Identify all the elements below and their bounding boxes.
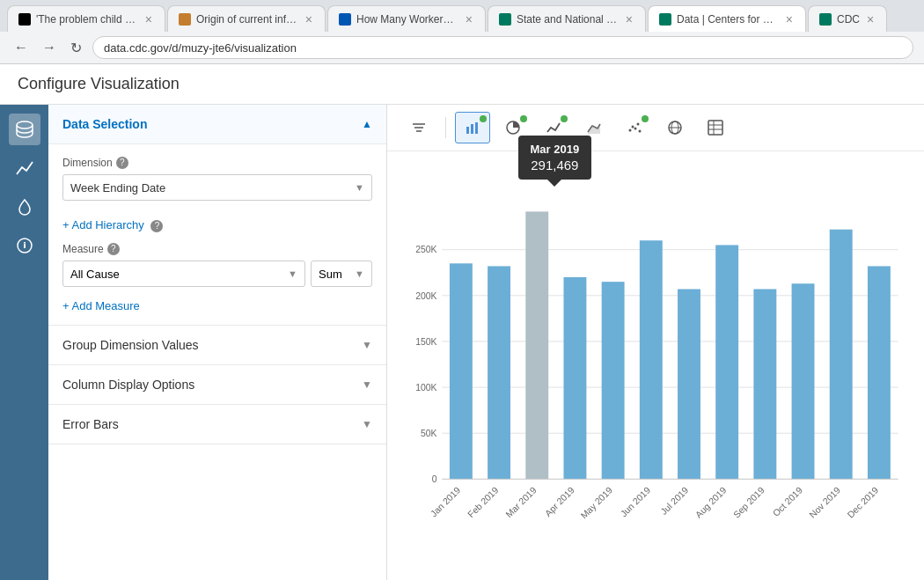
nav-icon-chart[interactable] xyxy=(9,152,40,184)
svg-rect-8 xyxy=(471,124,473,134)
measure-select[interactable]: All Cause ▼ xyxy=(62,261,305,287)
add-hierarchy-link[interactable]: + Add Hierarchy xyxy=(62,218,144,231)
page-title: Configure Visualization xyxy=(18,75,906,93)
tab-t4[interactable]: State and National Provis...× xyxy=(488,5,646,32)
svg-text:May 2019: May 2019 xyxy=(579,485,614,520)
svg-point-16 xyxy=(639,130,642,133)
scatter-chart-dot xyxy=(642,115,649,122)
svg-text:Aug 2019: Aug 2019 xyxy=(693,485,729,520)
bar-chart[interactable]: 050K100K150K200K250KJan 2019Feb 2019Mar … xyxy=(396,160,906,572)
svg-text:Apr 2019: Apr 2019 xyxy=(543,485,576,518)
data-selection-title: Data Selection xyxy=(62,117,147,131)
back-button[interactable]: ← xyxy=(11,36,32,59)
nav-icon-drop[interactable] xyxy=(9,191,40,223)
measure-info-icon[interactable]: ? xyxy=(107,243,120,255)
tab-close-t2[interactable]: × xyxy=(304,12,314,26)
toolbar-area-chart-button[interactable] xyxy=(576,112,612,143)
svg-text:0: 0 xyxy=(432,474,437,484)
svg-text:200K: 200K xyxy=(415,291,436,301)
tab-close-t6[interactable]: × xyxy=(865,12,876,26)
bar-Apr_2019[interactable] xyxy=(563,277,586,479)
toolbar-line-chart-button[interactable] xyxy=(536,112,571,143)
svg-rect-7 xyxy=(466,127,469,134)
svg-point-13 xyxy=(632,126,634,128)
tab-close-t1[interactable]: × xyxy=(143,12,154,26)
chart-toolbar xyxy=(387,105,924,151)
tab-t6[interactable]: CDC× xyxy=(808,5,887,32)
nav-icon-data[interactable] xyxy=(9,114,40,145)
tab-bar: 'The problem child of sea...×Origin of c… xyxy=(0,0,924,32)
svg-rect-9 xyxy=(475,122,478,134)
measure-select-arrow: ▼ xyxy=(288,268,297,279)
bar-Mar_2019[interactable] xyxy=(525,211,548,479)
data-selection-chevron: ▲ xyxy=(362,118,372,130)
svg-text:100K: 100K xyxy=(415,383,436,393)
group-dimension-chevron: ▼ xyxy=(362,339,372,351)
nav-icon-alert[interactable] xyxy=(9,230,40,261)
dimension-info-icon[interactable]: ? xyxy=(116,157,128,169)
column-display-header[interactable]: Column Display Options ▼ xyxy=(48,365,386,404)
bar-May_2019[interactable] xyxy=(602,282,625,479)
page-header: Configure Visualization xyxy=(0,64,924,105)
bar-Dec_2019[interactable] xyxy=(868,266,891,479)
group-dimension-header[interactable]: Group Dimension Values ▼ xyxy=(48,326,386,364)
svg-text:Dec 2019: Dec 2019 xyxy=(846,485,881,520)
column-display-section: Column Display Options ▼ xyxy=(48,365,386,405)
measure-agg-select[interactable]: Sum ▼ xyxy=(311,261,372,287)
dimension-select[interactable]: Week Ending Date ▼ xyxy=(62,174,372,201)
svg-text:Nov 2019: Nov 2019 xyxy=(808,485,843,520)
bar-Aug_2019[interactable] xyxy=(715,245,738,479)
error-bars-title: Error Bars xyxy=(62,417,119,431)
column-display-title: Column Display Options xyxy=(62,378,194,392)
svg-rect-2 xyxy=(24,244,26,248)
error-bars-header[interactable]: Error Bars ▼ xyxy=(48,405,386,444)
toolbar-filter-button[interactable] xyxy=(401,112,436,143)
svg-text:Feb 2019: Feb 2019 xyxy=(466,485,501,519)
agg-arrow: ▼ xyxy=(355,268,364,279)
tab-t1[interactable]: 'The problem child of sea...× xyxy=(7,5,165,32)
url-text: data.cdc.gov/d/muzy-jte6/visualization xyxy=(104,41,297,55)
bar-Jun_2019[interactable] xyxy=(640,240,663,479)
reload-button[interactable]: ↻ xyxy=(67,36,85,60)
bar-Sep_2019[interactable] xyxy=(753,289,776,479)
data-selection-header[interactable]: Data Selection ▲ xyxy=(48,105,386,144)
svg-text:Jan 2019: Jan 2019 xyxy=(429,485,462,518)
svg-text:150K: 150K xyxy=(415,337,436,347)
svg-rect-3 xyxy=(24,242,26,244)
url-box[interactable]: data.cdc.gov/d/muzy-jte6/visualization xyxy=(92,36,913,59)
bar-Nov_2019[interactable] xyxy=(830,230,853,480)
hierarchy-info-icon[interactable]: ? xyxy=(150,220,163,232)
tab-t2[interactable]: Origin of current influenz...× xyxy=(167,5,326,32)
tab-close-t5[interactable]: × xyxy=(784,12,795,26)
tab-close-t3[interactable]: × xyxy=(464,12,474,26)
svg-text:Sep 2019: Sep 2019 xyxy=(731,485,766,520)
add-measure-link[interactable]: + Add Measure xyxy=(62,299,140,312)
error-bars-chevron: ▼ xyxy=(362,418,372,430)
bar-Jul_2019[interactable] xyxy=(678,289,700,479)
toolbar-bar-chart-button[interactable] xyxy=(455,112,490,143)
bar-Oct_2019[interactable] xyxy=(792,283,815,479)
toolbar-separator xyxy=(445,117,446,138)
sidebar: Data Selection ▲ Dimension ? Week Ending… xyxy=(48,105,387,580)
chart-container: Mar 2019 291,469 050K100K150K200K250KJan… xyxy=(387,151,924,580)
toolbar-data-table-button[interactable] xyxy=(698,112,733,143)
forward-button[interactable]: → xyxy=(39,36,60,59)
tab-t3[interactable]: How Many Workers Supp...× xyxy=(327,5,486,32)
bar-Jan_2019[interactable] xyxy=(450,263,473,479)
group-dimension-title: Group Dimension Values xyxy=(62,338,199,352)
svg-text:Jun 2019: Jun 2019 xyxy=(619,485,652,518)
tab-t5[interactable]: Data | Centers for Disea...× xyxy=(648,5,806,32)
toolbar-pie-chart-button[interactable] xyxy=(495,112,531,143)
measure-label: Measure ? xyxy=(62,243,372,255)
svg-text:250K: 250K xyxy=(415,245,436,254)
svg-point-0 xyxy=(17,121,33,128)
svg-text:Mar 2019: Mar 2019 xyxy=(504,485,539,519)
tab-close-t4[interactable]: × xyxy=(624,12,634,26)
bar-Feb_2019[interactable] xyxy=(488,266,510,479)
main-content: Data Selection ▲ Dimension ? Week Ending… xyxy=(0,105,924,580)
toolbar-map-button[interactable] xyxy=(657,112,693,143)
measure-row: All Cause ▼ Sum ▼ xyxy=(62,261,372,287)
svg-text:Jul 2019: Jul 2019 xyxy=(659,485,691,517)
svg-point-15 xyxy=(637,123,640,126)
toolbar-scatter-chart-button[interactable] xyxy=(617,112,652,143)
